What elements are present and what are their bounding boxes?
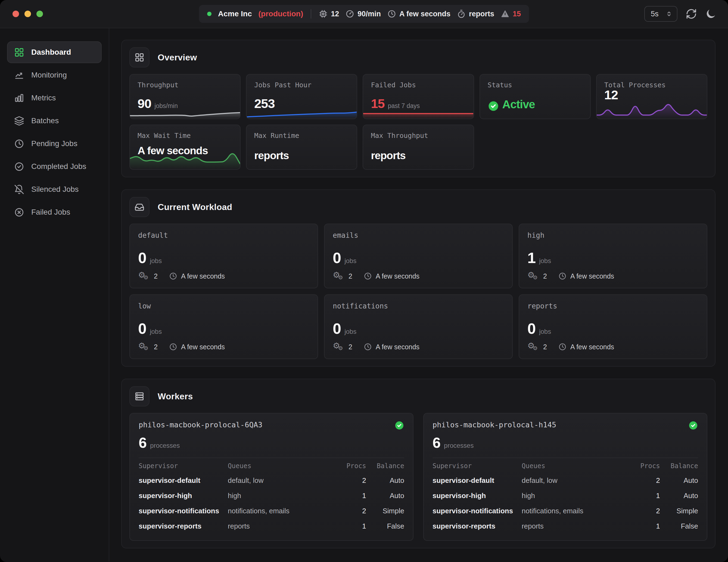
supervisor-queues: notifications, emails: [228, 507, 335, 515]
layers-icon: [14, 116, 24, 126]
queue-name: high: [527, 231, 699, 239]
sidebar-item-metrics[interactable]: Metrics: [7, 87, 102, 109]
sidebar-item-label: Dashboard: [31, 48, 71, 57]
queue-meta: ⚙⚙ 2 A few seconds: [138, 342, 309, 352]
supervisor-name: supervisor-notifications: [433, 507, 522, 515]
queue-card-high[interactable]: high 1 jobs ⚙⚙ 2 A few seconds: [519, 223, 707, 289]
queue-meta: ⚙⚙ 2 A few seconds: [333, 271, 504, 281]
inbox-icon: [135, 202, 144, 212]
workload-icon-box: [129, 197, 150, 217]
card-label: Throughput: [138, 81, 232, 89]
supervisor-queues: default, low: [522, 476, 629, 485]
workers-header: Workers: [129, 386, 707, 406]
queue-name: low: [138, 302, 309, 310]
sidebar-item-silenced-jobs[interactable]: Silenced Jobs: [7, 178, 102, 200]
queue-name: reports: [527, 302, 699, 310]
moon-icon: [705, 8, 717, 20]
window-controls: [13, 0, 43, 28]
sidebar-item-monitoring[interactable]: Monitoring: [7, 64, 102, 86]
card-unit: past 7 days: [388, 102, 420, 110]
card-value: reports: [371, 150, 405, 161]
column-header: Queues: [228, 462, 335, 470]
theme-toggle-button[interactable]: [705, 8, 717, 20]
status-card: Status Active: [480, 74, 591, 119]
queue-jobs-unit: jobs: [344, 328, 356, 336]
bar-chart-icon: [14, 93, 24, 103]
check-circle-icon: [14, 161, 24, 172]
clock-icon: [364, 343, 372, 351]
titlebar-controls: 5s: [644, 0, 717, 28]
close-window-button[interactable]: [13, 11, 19, 17]
wait-time-stat: A few seconds: [387, 10, 450, 18]
card-label: Max Runtime: [254, 132, 349, 139]
queue-jobs-unit: jobs: [344, 257, 356, 265]
queue-card-low[interactable]: low 0 jobs ⚙⚙ 2 A few seconds: [129, 294, 318, 359]
current-workload-section: Current Workload default 0 jobs ⚙⚙ 2: [121, 189, 715, 367]
queue-card-reports[interactable]: reports 0 jobs ⚙⚙ 2 A few seconds: [519, 294, 707, 359]
throughput-stat-value: 90/min: [357, 10, 381, 18]
section-title: Workers: [158, 392, 193, 402]
workload-header: Current Workload: [129, 197, 707, 217]
table-row: supervisor-default default, low 2 Auto: [433, 473, 698, 488]
supervisor-name: supervisor-reports: [139, 522, 228, 530]
queue-latency: A few seconds: [181, 343, 225, 351]
worker-processes-count: 6: [139, 434, 147, 451]
processes-stat: 12: [319, 10, 339, 18]
supervisor-balance: Auto: [366, 492, 404, 500]
refresh-interval-select[interactable]: 5s: [644, 6, 677, 22]
column-header: Procs: [335, 462, 366, 470]
org-name: Acme Inc: [218, 10, 252, 18]
table-row: supervisor-high high 1 Auto: [139, 488, 404, 503]
max-throughput-card: Max Throughput reports: [363, 125, 474, 170]
supervisor-queues: high: [228, 492, 335, 500]
throughput-stat: 90/min: [346, 10, 381, 18]
sidebar-item-failed-jobs[interactable]: Failed Jobs: [7, 201, 102, 223]
workers-icon-box: [129, 386, 150, 406]
queue-jobs-count: 1: [527, 249, 536, 266]
refresh-button[interactable]: [686, 8, 697, 20]
supervisor-queues: reports: [522, 522, 629, 530]
supervisor-procs: 2: [335, 476, 366, 485]
supervisor-balance: Simple: [660, 507, 698, 515]
card-label: Max Throughput: [371, 132, 466, 139]
processes-gears-icon: ⚙⚙: [527, 271, 539, 281]
clock-icon: [558, 343, 567, 351]
queue-processes-count: 2: [349, 343, 352, 351]
sidebar-item-dashboard[interactable]: Dashboard: [7, 41, 102, 63]
supervisors-table: Supervisor Queues Procs Balance supervis…: [139, 459, 404, 534]
card-label: Max Wait Time: [138, 132, 232, 139]
sidebar-item-pending-jobs[interactable]: Pending Jobs: [7, 133, 102, 154]
supervisor-procs: 2: [335, 507, 366, 515]
minimize-window-button[interactable]: [24, 11, 31, 17]
queue-card-notifications[interactable]: notifications 0 jobs ⚙⚙ 2 A few seconds: [324, 294, 513, 359]
environment-status-pill: Acme Inc (production) 12 90/min A few se…: [199, 5, 529, 23]
processes-gears-icon: ⚙⚙: [333, 271, 345, 281]
queue-jobs-count: 0: [527, 320, 536, 337]
queue-jobs-count: 0: [138, 320, 147, 337]
worker-processes-unit: processes: [444, 442, 474, 449]
queue-card-emails[interactable]: emails 0 jobs ⚙⚙ 2 A few seconds: [324, 223, 513, 289]
supervisor-procs: 1: [629, 492, 660, 500]
refresh-interval-value: 5s: [651, 10, 659, 18]
sidebar-item-batches[interactable]: Batches: [7, 110, 102, 132]
check-circle-icon: [488, 100, 499, 112]
queue-processes-count: 2: [543, 343, 547, 351]
clock-icon: [169, 343, 177, 351]
divider: [139, 458, 404, 458]
sidebar-item-completed-jobs[interactable]: Completed Jobs: [7, 156, 102, 177]
column-header: Queues: [522, 462, 629, 470]
maximize-window-button[interactable]: [36, 11, 43, 17]
supervisor-procs: 2: [629, 476, 660, 485]
supervisor-procs: 1: [335, 522, 366, 530]
supervisor-procs: 1: [629, 522, 660, 530]
card-value: 90: [138, 96, 151, 111]
queue-jobs-unit: jobs: [150, 257, 162, 265]
queue-latency: A few seconds: [570, 272, 614, 280]
worker-healthy-icon: [394, 421, 404, 430]
clock-icon: [14, 139, 24, 149]
card-value: Active: [502, 98, 535, 111]
supervisor-queues: reports: [228, 522, 335, 530]
supervisors-table: Supervisor Queues Procs Balance supervis…: [433, 459, 698, 534]
total-processes-card: Total Processes 12: [596, 74, 707, 119]
queue-card-default[interactable]: default 0 jobs ⚙⚙ 2 A few seconds: [129, 223, 318, 289]
